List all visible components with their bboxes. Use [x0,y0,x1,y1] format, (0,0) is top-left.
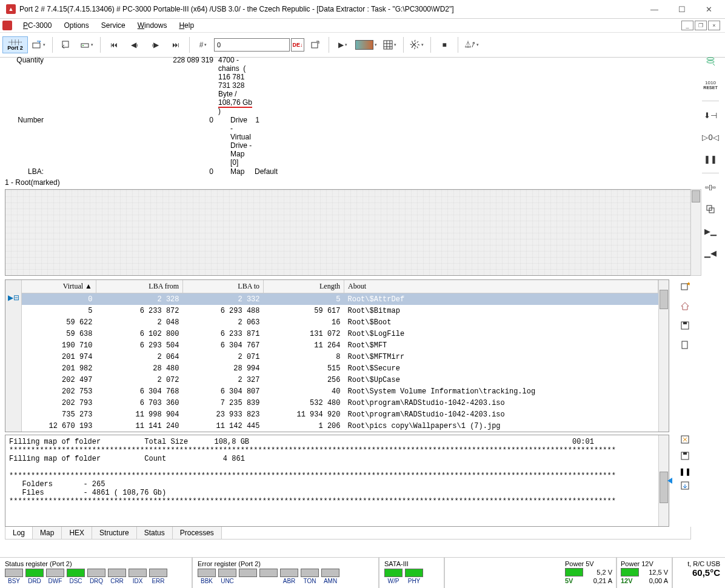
cell: Root\$Bitmap [344,305,658,316]
port-icon: ◦┼┼┼◦ [8,39,22,45]
mdi-close-button[interactable]: × [708,21,720,30]
table-row[interactable]: 201 9742 0642 0718Root\$MFTMirr [22,351,658,362]
seek-button[interactable]: ▷0◁ [701,129,720,145]
menu-pc3000[interactable]: PC-3000 [17,20,58,31]
skip-right-button[interactable]: ▶▁ [701,223,720,239]
sector-down-button[interactable]: ⬇⊣ [701,107,720,123]
pause-button[interactable]: ❚❚ [701,151,720,167]
tab-hex[interactable]: HEX [62,527,92,539]
menu-options[interactable]: Options [58,20,95,31]
table-row[interactable]: 735 27311 998 90423 933 82311 934 920Roo… [22,409,658,420]
prev-button[interactable]: ◀ı [125,36,144,53]
table-row[interactable]: 12 670 19311 141 24011 142 4451 206Root\… [22,420,658,432]
table-doc-button[interactable] [677,338,693,352]
copy-region-button[interactable] [701,201,720,217]
menu-service[interactable]: Service [95,20,132,31]
reset-button[interactable]: 1010RESET [701,75,720,95]
log-append-button[interactable] [680,481,690,492]
log-scroll-thumb[interactable] [660,472,668,503]
power12-indicator [621,568,639,576]
table-row[interactable]: 202 7536 304 7686 304 80740Root\System V… [22,386,658,397]
tab-map[interactable]: Map [33,527,62,539]
matrix-button[interactable] [380,36,399,53]
table-row[interactable]: 59 6386 102 8006 233 871131 072Root\$Log… [22,328,658,339]
first-button[interactable]: ⏮ [104,36,124,53]
register-cell [239,569,257,584]
sector-map[interactable] [5,189,691,276]
disk-stack-button[interactable] [701,53,720,69]
tools-button[interactable]: ✕҉ [407,36,427,53]
close-button[interactable]: ✕ [695,0,723,18]
number-label: Number [6,116,48,167]
explorer-button[interactable] [77,36,96,53]
map-scrollbar[interactable] [690,189,701,276]
refresh-button[interactable] [56,36,76,53]
cell: 190 710 [22,339,96,351]
table-save-button[interactable] [677,318,693,333]
table-scrollbar[interactable] [658,280,669,432]
log-scrollbar[interactable] [658,435,669,526]
mdi-restore-button[interactable]: ❐ [695,21,707,30]
port-indicator-button[interactable]: ◦┼┼┼◦ Port 2 [2,36,28,53]
drive-label: Drive [230,116,247,124]
col-length[interactable]: Length [264,280,344,293]
exit-button[interactable]: ⏃↗ [462,36,481,53]
table-row[interactable]: 59 6222 0482 06316Root\$Boot [22,316,658,328]
next-button[interactable]: ı▶ [145,36,165,53]
table-home-button[interactable] [677,299,693,313]
col-about[interactable]: About [344,280,658,293]
mdi-minimize-button[interactable]: _ [681,21,693,30]
menu-help[interactable]: Help [173,20,200,31]
map-scroll-thumb[interactable] [692,190,700,202]
disk-stack-icon [706,56,715,66]
titlebar: ▲ Port 2 # 7.4.15(7.4.15.13406) # PC-300… [0,0,725,19]
minimize-button[interactable]: — [641,0,668,18]
last-button[interactable]: ⏭ [166,36,185,53]
log-save-button[interactable] [680,451,690,463]
col-virtual[interactable]: Virtual ▲ [22,280,96,293]
log-pause-button[interactable]: ❚❚ [679,467,691,476]
export-icon [310,40,320,50]
table-row[interactable]: 190 7106 293 5046 304 76711 264Root\$MFT [22,339,658,351]
export-button[interactable] [306,36,325,53]
tab-status[interactable]: Status [137,527,173,539]
log-expand-button[interactable] [680,435,690,446]
span-button[interactable]: ∞[]∞ [701,179,720,195]
menu-windows[interactable]: Windows [132,20,173,31]
drive-icon [80,40,90,50]
table-row[interactable]: 02 3282 3325Root\$AttrDef [22,293,658,306]
table-add-button[interactable]: ★ [677,279,693,294]
cell: Root\pics copy\Wallpapers\1 (7).jpg [344,420,658,432]
register-box [5,569,23,577]
stop-button[interactable]: ■ [435,36,454,53]
lba-input[interactable] [214,38,290,52]
table-row[interactable]: 201 98228 48028 994515Root\$Secure [22,362,658,374]
skip-left-button[interactable]: ▁◀ [701,245,720,261]
register-box [280,569,298,577]
grid-button[interactable]: # [193,36,213,53]
temp-value: 60,5°C [692,567,720,578]
col-lba-from[interactable]: LBA from [96,280,183,293]
log-text[interactable]: Filling map of folder Total Size 108,8 G… [5,435,658,526]
maximize-button[interactable]: ☐ [668,0,695,18]
play-button[interactable]: ▶ [333,36,352,53]
table-row[interactable]: 202 7936 703 3607 235 839532 480Root\pro… [22,397,658,409]
table-row[interactable]: 56 233 8726 293 48859 617Root\$Bitmap [22,305,658,316]
register-label: DRQ [90,578,103,584]
col-lba-to[interactable]: LBA to [183,280,264,293]
cell: 6 233 872 [96,305,183,316]
tab-structure[interactable]: Structure [92,527,137,539]
cell: 6 304 767 [183,339,264,351]
register-box [149,569,167,577]
table-scroll-thumb[interactable] [660,290,668,309]
chain-table[interactable]: Virtual ▲ LBA from LBA to Length About 0… [22,280,658,432]
table-row[interactable]: 202 4972 0722 327256Root\$UpCase [22,374,658,386]
open-task-button[interactable] [29,36,48,53]
svg-text:★: ★ [686,282,690,287]
tab-log[interactable]: Log [5,526,33,539]
colormap-button[interactable] [353,36,379,53]
cell: 40 [264,386,344,397]
cell: 6 233 871 [183,328,264,339]
cell: 2 063 [183,316,264,328]
tab-processes[interactable]: Processes [173,527,222,539]
